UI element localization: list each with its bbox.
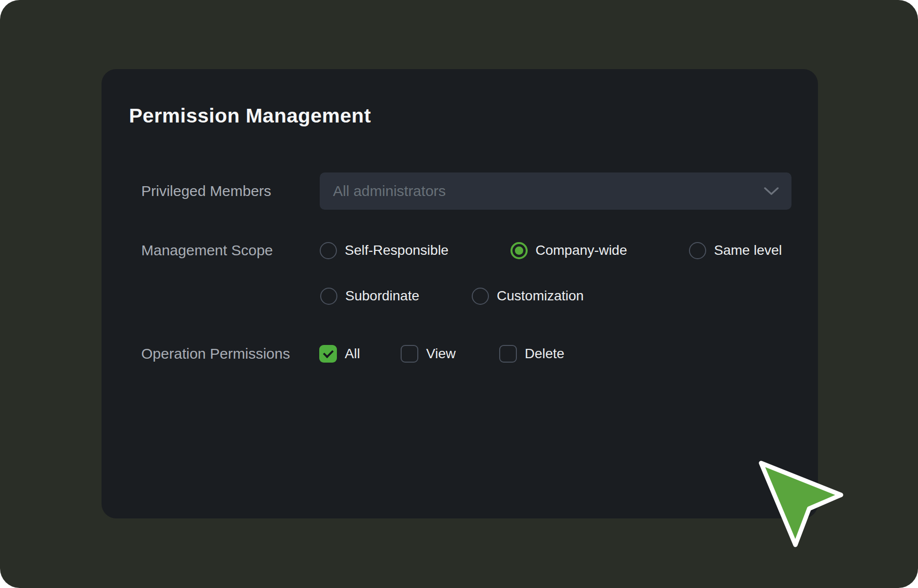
checkbox-view[interactable]: View bbox=[401, 345, 456, 363]
radio-label: Customization bbox=[497, 288, 584, 304]
privileged-members-input[interactable] bbox=[320, 172, 791, 210]
radio-company-wide[interactable]: Company-wide bbox=[510, 242, 627, 259]
checkbox-label: View bbox=[426, 346, 456, 362]
radio-self-responsible[interactable]: Self-Responsible bbox=[320, 242, 449, 259]
radio-same-level[interactable]: Same level bbox=[689, 242, 782, 259]
privileged-members-select[interactable] bbox=[320, 172, 791, 210]
operation-permissions-label: Operation Permissions bbox=[141, 345, 290, 363]
radio-label: Company-wide bbox=[536, 243, 627, 258]
checkbox-label: Delete bbox=[525, 346, 564, 362]
radio-label: Same level bbox=[714, 243, 782, 258]
checkbox-checked-icon[interactable] bbox=[319, 345, 337, 363]
radio-customization[interactable]: Customization bbox=[472, 287, 584, 305]
chevron-down-icon bbox=[764, 187, 779, 196]
radio-label: Subordinate bbox=[345, 288, 419, 304]
management-scope-label: Management Scope bbox=[141, 242, 273, 259]
permission-management-panel: Permission Management Privileged Members… bbox=[102, 69, 818, 518]
radio-subordinate[interactable]: Subordinate bbox=[320, 287, 419, 305]
radio-circle-icon[interactable] bbox=[320, 242, 337, 259]
radio-label: Self-Responsible bbox=[345, 243, 449, 258]
radio-circle-icon[interactable] bbox=[320, 288, 337, 305]
checkbox-empty-icon[interactable] bbox=[499, 345, 517, 363]
checkbox-label: All bbox=[345, 346, 360, 362]
radio-selected-icon[interactable] bbox=[510, 242, 528, 259]
page-title: Permission Management bbox=[129, 104, 371, 127]
checkbox-delete[interactable]: Delete bbox=[499, 345, 564, 363]
radio-circle-icon[interactable] bbox=[472, 288, 489, 305]
privileged-members-label: Privileged Members bbox=[141, 172, 271, 210]
checkbox-empty-icon[interactable] bbox=[401, 345, 418, 363]
radio-circle-icon[interactable] bbox=[689, 242, 706, 259]
screenshot-stage: Permission Management Privileged Members… bbox=[0, 0, 918, 588]
checkbox-all[interactable]: All bbox=[319, 345, 360, 363]
